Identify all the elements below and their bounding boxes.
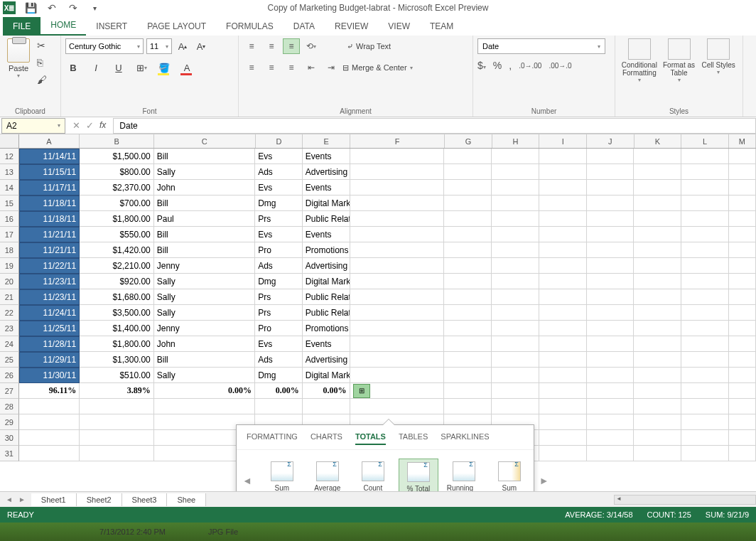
cell[interactable] xyxy=(350,274,445,289)
cell[interactable] xyxy=(444,164,492,180)
cell[interactable]: 11/14/11 xyxy=(19,149,80,164)
cell[interactable] xyxy=(539,180,587,195)
cell[interactable] xyxy=(634,258,681,274)
ribbon-tab-view[interactable]: VIEW xyxy=(378,17,420,36)
align-middle-icon[interactable]: ≡ xyxy=(263,38,280,54)
ribbon-tab-data[interactable]: DATA xyxy=(284,17,325,36)
cell[interactable] xyxy=(350,211,445,227)
cell[interactable] xyxy=(539,242,587,258)
row-header[interactable]: 15 xyxy=(0,195,19,211)
undo-icon[interactable]: ↶ xyxy=(45,1,58,14)
cell[interactable] xyxy=(729,149,756,164)
cell[interactable] xyxy=(539,446,587,461)
comma-icon[interactable]: , xyxy=(509,60,512,71)
cell[interactable] xyxy=(587,399,634,414)
cell[interactable] xyxy=(492,289,539,305)
cell[interactable] xyxy=(729,352,756,368)
cell[interactable]: Prs xyxy=(255,289,303,305)
cell[interactable] xyxy=(492,180,539,195)
cell[interactable] xyxy=(729,289,756,305)
qat-customize-icon[interactable]: ▾ xyxy=(88,1,101,14)
cell[interactable] xyxy=(154,399,255,414)
cell[interactable] xyxy=(681,383,729,399)
merge-center-button[interactable]: ⊟Merge & Center▾ xyxy=(342,63,413,73)
column-header-g[interactable]: G xyxy=(445,134,492,148)
align-top-icon[interactable]: ≡ xyxy=(243,38,260,54)
cell[interactable]: Ads xyxy=(255,258,303,274)
cell[interactable] xyxy=(729,164,756,180)
cell[interactable] xyxy=(539,321,587,336)
cell[interactable]: Events xyxy=(303,180,350,195)
cell[interactable]: $700.00 xyxy=(80,195,154,211)
cell[interactable] xyxy=(587,227,634,242)
cell[interactable] xyxy=(492,227,539,242)
cell[interactable] xyxy=(634,305,681,321)
cell[interactable] xyxy=(444,242,492,258)
cell[interactable]: Pro xyxy=(255,321,303,336)
cell[interactable]: Ads xyxy=(255,352,303,368)
cell[interactable] xyxy=(681,180,729,195)
cell[interactable] xyxy=(539,164,587,180)
cell[interactable]: John xyxy=(154,180,255,195)
cell[interactable] xyxy=(587,368,634,383)
cell[interactable] xyxy=(587,211,634,227)
row-header[interactable]: 19 xyxy=(0,258,19,274)
row-header[interactable]: 27 xyxy=(0,383,19,399)
cell[interactable]: Pro xyxy=(255,242,303,258)
name-box[interactable]: A2▾ xyxy=(1,118,65,134)
column-header-d[interactable]: D xyxy=(256,134,303,148)
cell[interactable]: Digital Marketing xyxy=(303,274,350,289)
cell[interactable]: $1,800.00 xyxy=(80,211,154,227)
cell[interactable]: $1,400.00 xyxy=(80,321,154,336)
row-header[interactable]: 14 xyxy=(0,180,19,195)
cell[interactable] xyxy=(634,321,681,336)
fill-color-button[interactable]: 🪣 xyxy=(156,60,172,75)
cell[interactable] xyxy=(729,258,756,274)
cell[interactable] xyxy=(492,383,539,399)
cell[interactable] xyxy=(634,227,681,242)
qa-tab-formatting[interactable]: FORMATTING xyxy=(247,432,298,445)
cell[interactable] xyxy=(350,258,445,274)
cut-icon[interactable]: ✂ xyxy=(37,40,47,51)
cell[interactable] xyxy=(444,274,492,289)
row-header[interactable]: 29 xyxy=(0,414,19,430)
copy-icon[interactable]: ⎘ xyxy=(37,57,47,68)
cell[interactable] xyxy=(634,368,681,383)
cell[interactable]: Sally xyxy=(154,164,255,180)
decrease-font-icon[interactable]: A▾ xyxy=(193,38,209,54)
currency-icon[interactable]: $▾ xyxy=(477,60,486,71)
ribbon-tab-home[interactable]: HOME xyxy=(40,16,86,36)
cell[interactable]: 11/25/11 xyxy=(19,321,80,336)
font-name-select[interactable]: Century Gothic▾ xyxy=(65,38,144,54)
cell[interactable]: Ads xyxy=(255,164,303,180)
cell[interactable] xyxy=(492,242,539,258)
row-header[interactable]: 21 xyxy=(0,289,19,305)
cell[interactable] xyxy=(539,336,587,352)
cell[interactable] xyxy=(681,149,729,164)
cell[interactable] xyxy=(587,274,634,289)
paste-button[interactable]: Paste ▾ xyxy=(4,38,33,79)
cell[interactable]: 11/23/11 xyxy=(19,274,80,289)
column-header-h[interactable]: H xyxy=(492,134,540,148)
cancel-formula-icon[interactable]: ✕ xyxy=(72,120,80,131)
cell[interactable]: $1,500.00 xyxy=(80,149,154,164)
cell[interactable] xyxy=(444,180,492,195)
cell[interactable] xyxy=(444,149,492,164)
cell[interactable] xyxy=(587,352,634,368)
cell[interactable]: Evs xyxy=(255,180,303,195)
sheet-tab-sheet1[interactable]: Sheet1 xyxy=(31,493,77,506)
borders-button[interactable]: ⊞▾ xyxy=(134,60,149,75)
cell[interactable] xyxy=(19,446,80,461)
cell[interactable] xyxy=(444,368,492,383)
cell[interactable] xyxy=(681,368,729,383)
align-left-icon[interactable]: ≡ xyxy=(243,60,260,75)
cell[interactable] xyxy=(729,242,756,258)
cell[interactable]: Dmg xyxy=(255,274,303,289)
qa-tab-charts[interactable]: CHARTS xyxy=(310,432,342,445)
cell[interactable]: 11/29/11 xyxy=(19,352,80,368)
cell[interactable] xyxy=(634,352,681,368)
row-header[interactable]: 30 xyxy=(0,430,19,446)
decrease-decimal-icon[interactable]: .00→.0 xyxy=(549,62,571,70)
quick-analysis-icon[interactable]: ⊞ xyxy=(353,384,370,398)
save-icon[interactable]: 💾 xyxy=(24,1,37,14)
